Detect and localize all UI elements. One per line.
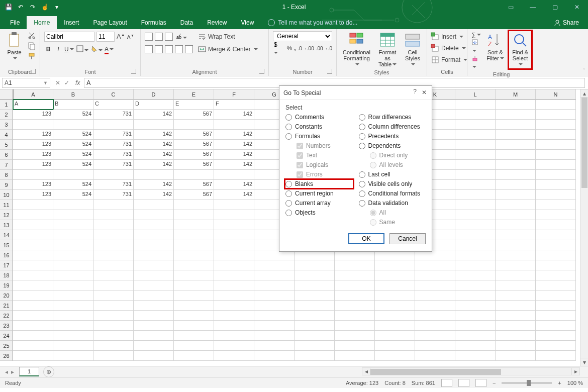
- cut-icon[interactable]: [28, 31, 36, 41]
- cell[interactable]: [295, 301, 335, 311]
- cell[interactable]: [455, 321, 496, 331]
- fill-color-button[interactable]: [90, 45, 103, 54]
- cell[interactable]: [53, 331, 93, 341]
- cell[interactable]: [536, 351, 576, 361]
- cell[interactable]: 123: [13, 140, 53, 150]
- cell[interactable]: [93, 230, 134, 240]
- cell[interactable]: 524: [53, 160, 93, 170]
- cell[interactable]: 567: [174, 130, 214, 140]
- cell[interactable]: [455, 200, 496, 210]
- fx-icon[interactable]: fx: [72, 79, 83, 86]
- cell[interactable]: [295, 331, 335, 341]
- cell[interactable]: [93, 351, 134, 361]
- cell[interactable]: [295, 351, 335, 361]
- cell[interactable]: [375, 250, 415, 260]
- horizontal-scrollbar[interactable]: ◂ ▸: [362, 367, 580, 375]
- cell[interactable]: [53, 301, 93, 311]
- column-header[interactable]: D: [134, 89, 174, 100]
- scroll-left-icon[interactable]: ◂: [362, 368, 370, 375]
- cell[interactable]: [174, 120, 214, 130]
- cell[interactable]: [53, 230, 93, 240]
- option-column-differences[interactable]: Column differences: [359, 123, 426, 131]
- cell[interactable]: [536, 120, 576, 130]
- cell[interactable]: [134, 341, 174, 351]
- cell[interactable]: [496, 170, 536, 180]
- paste-button[interactable]: Paste: [4, 31, 25, 62]
- autosum-icon[interactable]: ∑: [471, 31, 481, 38]
- cell[interactable]: [13, 270, 53, 280]
- cell[interactable]: [496, 321, 536, 331]
- cell[interactable]: [455, 140, 496, 150]
- format-painter-icon[interactable]: [28, 52, 36, 62]
- decrease-decimal-icon[interactable]: .00→.0: [316, 46, 332, 51]
- cell[interactable]: 142: [134, 140, 174, 150]
- cell[interactable]: [174, 331, 214, 341]
- radio-objects[interactable]: [285, 210, 292, 216]
- cell[interactable]: [13, 351, 53, 361]
- cell[interactable]: [93, 260, 134, 270]
- row-header[interactable]: 19: [0, 280, 13, 290]
- cell[interactable]: [536, 280, 576, 290]
- cell[interactable]: [295, 311, 335, 321]
- cell[interactable]: [134, 280, 174, 290]
- page-layout-view-icon[interactable]: [458, 379, 469, 387]
- tell-me-search[interactable]: Tell me what you want to do...: [268, 19, 357, 29]
- cell[interactable]: [93, 240, 134, 250]
- radio-conditional-formats[interactable]: [359, 190, 365, 197]
- cell[interactable]: [295, 321, 335, 331]
- row-header[interactable]: 20: [0, 290, 13, 301]
- cell[interactable]: [536, 150, 576, 160]
- row-header[interactable]: 18: [0, 270, 13, 280]
- cell[interactable]: [536, 190, 576, 200]
- align-left-icon[interactable]: [145, 45, 153, 53]
- zoom-in-icon[interactable]: +: [558, 380, 561, 386]
- maximize-icon[interactable]: ▢: [544, 0, 566, 14]
- cell[interactable]: [13, 220, 53, 230]
- cell[interactable]: [455, 180, 496, 190]
- cell[interactable]: [415, 331, 455, 341]
- cell[interactable]: [455, 311, 496, 321]
- cell[interactable]: [13, 120, 53, 130]
- cell[interactable]: [536, 100, 576, 110]
- cell[interactable]: 524: [53, 140, 93, 150]
- cell[interactable]: [53, 270, 93, 280]
- cell[interactable]: [214, 270, 254, 280]
- cell[interactable]: [496, 260, 536, 270]
- cell[interactable]: [53, 280, 93, 290]
- tab-home[interactable]: Home: [27, 16, 57, 29]
- column-header[interactable]: F: [214, 89, 254, 100]
- cell[interactable]: [13, 170, 53, 180]
- cell[interactable]: [455, 230, 496, 240]
- cell[interactable]: [174, 290, 214, 301]
- redo-icon[interactable]: ↷: [28, 3, 37, 12]
- cell[interactable]: [455, 351, 496, 361]
- cell[interactable]: 123: [13, 130, 53, 140]
- cell[interactable]: [455, 341, 496, 351]
- radio-data-validation[interactable]: [359, 200, 365, 207]
- cell[interactable]: [13, 311, 53, 321]
- cell[interactable]: [214, 351, 254, 361]
- cell[interactable]: [214, 301, 254, 311]
- cell[interactable]: F: [214, 100, 254, 110]
- comma-format-icon[interactable]: ,: [294, 45, 296, 52]
- row-header[interactable]: 23: [0, 321, 13, 331]
- merge-center-button[interactable]: Merge & Center: [198, 44, 258, 55]
- cell[interactable]: [53, 290, 93, 301]
- row-header[interactable]: 1: [0, 100, 13, 110]
- cell[interactable]: [455, 270, 496, 280]
- percent-format-icon[interactable]: %: [286, 45, 292, 52]
- cell[interactable]: 123: [13, 110, 53, 120]
- row-header[interactable]: 10: [0, 190, 13, 200]
- cell[interactable]: B: [53, 100, 93, 110]
- align-right-icon[interactable]: [165, 45, 173, 53]
- cell[interactable]: [415, 290, 455, 301]
- dialog-close-icon[interactable]: ✕: [420, 88, 429, 97]
- option-objects[interactable]: Objects: [285, 209, 353, 217]
- tab-file[interactable]: File: [3, 16, 27, 29]
- cell[interactable]: 567: [174, 150, 214, 160]
- cell[interactable]: [455, 301, 496, 311]
- cell[interactable]: [134, 301, 174, 311]
- number-format-select[interactable]: General: [273, 31, 332, 41]
- cell[interactable]: [496, 130, 536, 140]
- cell[interactable]: [174, 311, 214, 321]
